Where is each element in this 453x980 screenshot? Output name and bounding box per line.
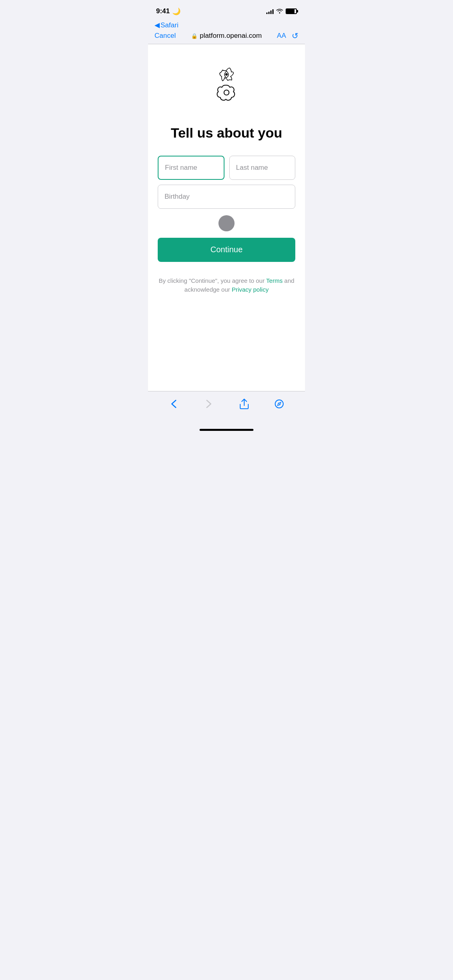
home-bar <box>200 429 253 431</box>
page-title: Tell us about you <box>171 125 282 141</box>
moon-icon: 🌙 <box>172 7 181 16</box>
content-spacer <box>148 311 305 391</box>
time-display: 9:41 <box>156 7 170 15</box>
status-time: 9:41 🌙 <box>156 7 181 16</box>
safari-controls: AA ↺ <box>277 31 299 41</box>
battery-icon <box>286 8 297 14</box>
safari-navigation: ◀ Safari Cancel 🔒 platform.openai.com AA… <box>148 19 305 44</box>
openai-logo <box>216 64 237 84</box>
terms-text: By clicking "Continue", you agree to our… <box>158 276 295 294</box>
last-name-input[interactable] <box>229 156 295 180</box>
birthday-input[interactable] <box>158 185 295 209</box>
form-container: Continue By clicking "Continue", you agr… <box>158 156 295 294</box>
compass-button[interactable] <box>270 395 288 413</box>
terms-prefix: By clicking "Continue", you agree to our <box>159 277 266 284</box>
svg-point-0 <box>225 73 228 76</box>
privacy-policy-link[interactable]: Privacy policy <box>232 286 269 293</box>
status-icons <box>266 8 297 15</box>
safari-refresh-button[interactable]: ↺ <box>292 31 299 41</box>
svg-point-1 <box>224 90 229 95</box>
safari-toolbar <box>148 391 305 423</box>
signal-bars-icon <box>266 8 274 14</box>
safari-back-row: ◀ Safari <box>148 21 305 29</box>
name-row <box>158 156 295 180</box>
safari-back-button[interactable]: ◀ Safari <box>154 21 178 29</box>
openai-brand-logo <box>216 82 237 103</box>
safari-cancel-button[interactable]: Cancel <box>154 32 176 40</box>
safari-back-label: Safari <box>161 21 178 29</box>
home-indicator <box>148 423 305 437</box>
main-content: Tell us about you Continue By clicking "… <box>148 44 305 311</box>
openai-logo-wrapper <box>216 82 237 105</box>
safari-aa-button[interactable]: AA <box>277 32 286 40</box>
back-navigation-button[interactable] <box>165 395 183 413</box>
forward-navigation-button[interactable] <box>200 395 218 413</box>
keyboard-indicator <box>158 215 295 231</box>
safari-lock-icon: 🔒 <box>191 33 198 39</box>
svg-point-3 <box>279 404 280 405</box>
first-name-input[interactable] <box>158 156 224 180</box>
wifi-icon <box>276 8 283 15</box>
continue-button[interactable]: Continue <box>158 238 295 262</box>
safari-url-display: platform.openai.com <box>200 32 262 40</box>
status-bar: 9:41 🌙 <box>148 0 305 19</box>
safari-url-container[interactable]: 🔒 platform.openai.com <box>176 32 277 40</box>
keyboard-dot <box>218 215 235 231</box>
safari-address-bar: Cancel 🔒 platform.openai.com AA ↺ <box>148 31 305 41</box>
share-button[interactable] <box>235 395 253 413</box>
terms-link[interactable]: Terms <box>266 277 283 284</box>
